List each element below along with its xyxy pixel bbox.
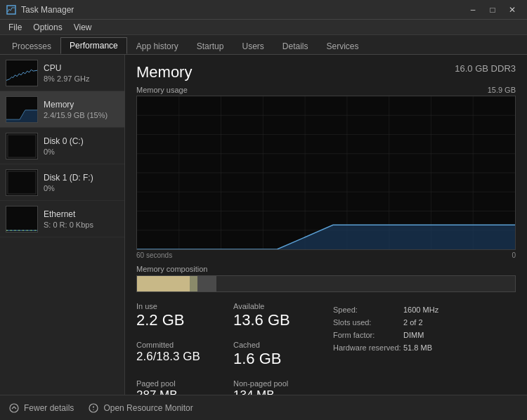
svg-rect-8 — [6, 206, 37, 232]
stat-in-use: In use 2.2 GB — [136, 299, 222, 335]
comp-modified — [190, 276, 197, 291]
chart-svg — [137, 96, 515, 249]
usage-label: Memory usage — [136, 86, 188, 94]
paged-pool-label: Paged pool — [136, 379, 216, 388]
menu-file[interactable]: File — [3, 21, 27, 34]
non-paged-pool-label: Non-paged pool — [233, 379, 313, 388]
window-title: Task Manager — [21, 5, 464, 15]
disk0-value: 0% — [44, 147, 119, 156]
tab-processes[interactable]: Processes — [3, 37, 60, 54]
open-resource-monitor-button[interactable]: Open Resource Monitor — [88, 402, 193, 414]
resource-monitor-icon — [88, 402, 99, 414]
svg-marker-26 — [137, 225, 515, 249]
hw-value: 51.8 MB — [403, 341, 432, 354]
tab-startup[interactable]: Startup — [188, 37, 233, 54]
svg-point-27 — [10, 404, 18, 412]
menu-options[interactable]: Options — [27, 21, 67, 34]
memory-value: 2.4/15.9 GB (15%) — [44, 111, 119, 119]
committed-label: Committed — [136, 341, 216, 349]
tab-bar: Processes Performance App history Startu… — [0, 35, 527, 55]
sidebar-item-memory[interactable]: Memory 2.4/15.9 GB (15%) — [0, 91, 124, 128]
disk1-value: 0% — [44, 184, 119, 192]
stat-committed: Committed 2.6/18.3 GB — [136, 338, 222, 374]
slots-label: Slots used: — [333, 316, 403, 329]
svg-rect-1 — [6, 60, 37, 86]
tab-app-history[interactable]: App history — [127, 37, 188, 54]
fewer-details-label: Fewer details — [24, 403, 74, 413]
ethernet-info: Ethernet S: 0 R: 0 Kbps — [44, 209, 119, 229]
tab-performance[interactable]: Performance — [60, 37, 127, 54]
available-label: Available — [233, 302, 313, 310]
cached-value: 1.6 GB — [233, 350, 313, 368]
tab-services[interactable]: Services — [318, 37, 368, 54]
disk1-thumbnail — [6, 169, 38, 196]
ethernet-value: S: 0 R: 0 Kbps — [44, 221, 119, 229]
memory-info: Memory 2.4/15.9 GB (15%) — [44, 100, 119, 119]
stat-cached: Cached 1.6 GB — [233, 338, 319, 374]
sidebar-item-disk1[interactable]: Disk 1 (D: F:) 0% — [0, 164, 124, 201]
maximize-button[interactable]: □ — [483, 3, 502, 17]
disk1-info: Disk 1 (D: F:) 0% — [44, 173, 119, 192]
memory-spec: 16.0 GB DDR3 — [455, 63, 516, 74]
chart-labels-top: Memory usage 15.9 GB — [136, 86, 516, 94]
memory-label: Memory — [44, 100, 119, 110]
hw-label: Hardware reserved: — [333, 341, 403, 354]
content-header: Memory 16.0 GB DDR3 — [136, 63, 516, 81]
non-paged-pool-value: 134 MB — [233, 388, 313, 395]
committed-value: 2.6/18.3 GB — [136, 350, 216, 364]
in-use-label: In use — [136, 302, 216, 310]
tab-users[interactable]: Users — [233, 37, 273, 54]
disk0-label: Disk 0 (C:) — [44, 136, 119, 146]
paged-pool-value: 287 MB — [136, 388, 216, 395]
memory-thumbnail — [6, 96, 38, 123]
bottom-bar: Fewer details Open Resource Monitor — [0, 395, 527, 420]
title-bar: Task Manager – □ ✕ — [0, 0, 527, 20]
close-button[interactable]: ✕ — [503, 3, 521, 17]
cached-label: Cached — [233, 341, 313, 349]
menu-view[interactable]: View — [68, 21, 98, 34]
detail-hw-reserved: Hardware reserved: 51.8 MB — [333, 341, 516, 354]
disk1-label: Disk 1 (D: F:) — [44, 173, 119, 183]
menu-bar: File Options View — [0, 20, 527, 35]
sidebar-item-disk0[interactable]: Disk 0 (C:) 0% — [0, 128, 124, 164]
minimize-button[interactable]: – — [464, 3, 482, 17]
fewer-details-button[interactable]: Fewer details — [8, 402, 74, 414]
stat-paged-pool: Paged pool 287 MB — [136, 376, 222, 395]
content-title: Memory — [136, 63, 192, 81]
ethernet-label: Ethernet — [44, 209, 119, 219]
app-icon — [6, 4, 17, 15]
in-use-value: 2.2 GB — [136, 311, 216, 329]
cpu-info: CPU 8% 2.97 GHz — [44, 63, 119, 83]
composition-label: Memory composition — [136, 265, 516, 273]
sidebar-item-cpu[interactable]: CPU 8% 2.97 GHz — [0, 55, 124, 91]
composition-bar — [136, 275, 516, 292]
stat-non-paged-pool: Non-paged pool 134 MB — [233, 376, 319, 395]
chart-labels-bottom: 60 seconds 0 — [136, 251, 516, 259]
ethernet-thumbnail — [6, 206, 38, 232]
detail-slots: Slots used: 2 of 2 — [333, 316, 516, 329]
stat-available: Available 13.6 GB — [233, 299, 319, 335]
comp-standby — [197, 276, 216, 291]
disk0-thumbnail — [6, 133, 38, 159]
form-value: DIMM — [403, 329, 424, 341]
tab-details[interactable]: Details — [273, 37, 318, 54]
composition-section: Memory composition — [136, 265, 516, 292]
stats-details-container: In use 2.2 GB Available 13.6 GB Committe… — [136, 299, 516, 395]
svg-rect-4 — [6, 133, 37, 159]
fewer-details-icon — [8, 402, 20, 414]
sidebar-item-ethernet[interactable]: Ethernet S: 0 R: 0 Kbps — [0, 201, 124, 237]
cpu-value: 8% 2.97 GHz — [44, 74, 119, 83]
speed-value: 1600 MHz — [403, 303, 438, 316]
speed-label: Speed: — [333, 303, 403, 316]
stats-section: In use 2.2 GB Available 13.6 GB Committe… — [136, 299, 319, 395]
comp-in-use — [137, 276, 190, 291]
open-resource-monitor-label: Open Resource Monitor — [103, 403, 193, 413]
slots-value: 2 of 2 — [403, 316, 423, 329]
memory-chart-container: Memory usage 15.9 GB — [136, 86, 516, 259]
max-label: 15.9 GB — [488, 86, 516, 94]
cpu-label: CPU — [44, 63, 119, 73]
available-value: 13.6 GB — [233, 311, 313, 329]
detail-table: Speed: 1600 MHz Slots used: 2 of 2 Form … — [333, 303, 516, 354]
detail-speed: Speed: 1600 MHz — [333, 303, 516, 316]
detail-form: Form factor: DIMM — [333, 329, 516, 341]
